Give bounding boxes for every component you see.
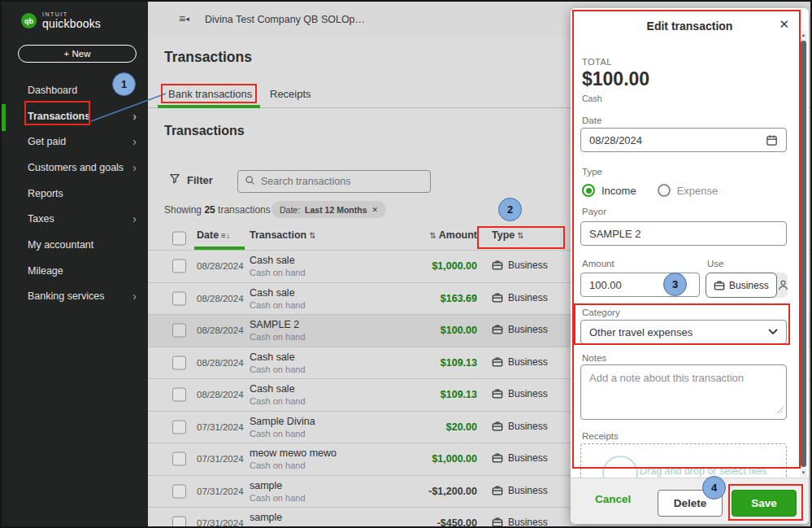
chip-close-icon[interactable]: ✕ <box>372 206 379 214</box>
sidebar-item-transactions[interactable]: Transactions › <box>2 103 148 129</box>
use-business-label: Business <box>729 280 769 291</box>
sidebar-item-reports[interactable]: Reports <box>2 181 148 207</box>
column-header-date[interactable]: Date≡↓ <box>197 229 230 241</box>
type-radio-group: Income Expense <box>582 184 718 197</box>
edit-transaction-panel: Edit transaction ✕ TOTAL $100.00 Cash Da… <box>571 8 809 524</box>
select-all-checkbox[interactable] <box>172 231 186 245</box>
sort-icon: ⇅ <box>517 231 523 240</box>
chevron-right-icon: › <box>132 290 137 303</box>
search-input[interactable] <box>261 176 423 187</box>
funnel-icon <box>169 172 180 187</box>
cell-date: 08/28/2024 <box>197 261 244 271</box>
search-transactions-box[interactable] <box>237 170 431 193</box>
briefcase-icon <box>492 388 503 399</box>
chevron-down-icon <box>768 329 778 335</box>
sidebar-item-mileage[interactable]: Mileage <box>2 258 148 284</box>
category-label: Category <box>582 308 620 317</box>
cancel-button[interactable]: Cancel <box>595 493 631 505</box>
scroll-down-icon[interactable]: ▼ <box>800 470 807 475</box>
filter-label: Filter <box>187 174 213 186</box>
collapse-sidebar-icon[interactable]: ≡◂ <box>179 12 189 25</box>
sidebar-item-label: Mileage <box>28 265 63 277</box>
cell-amount: $1,000.00 <box>432 453 477 465</box>
payor-field[interactable] <box>580 221 787 246</box>
date-label: Date <box>582 116 601 125</box>
row-checkbox[interactable] <box>172 484 186 498</box>
radio-income[interactable]: Income <box>582 184 636 197</box>
calendar-icon[interactable] <box>766 134 778 146</box>
use-business-segment[interactable]: Business <box>706 273 777 298</box>
sidebar-item-banking-services[interactable]: Banking services › <box>2 284 148 310</box>
category-dropdown[interactable]: Other travel expenses <box>580 320 787 344</box>
scroll-up-icon[interactable]: ▲ <box>800 33 807 37</box>
notes-textarea[interactable]: Add a note about this transaction <box>580 364 787 420</box>
row-checkbox[interactable] <box>172 324 186 338</box>
date-filter-chip[interactable]: Date: Last 12 Months ✕ <box>271 201 386 218</box>
use-personal-segment[interactable] <box>777 279 789 291</box>
cell-amount: -$450.00 <box>437 517 477 526</box>
sidebar-item-get-paid[interactable]: Get paid › <box>2 129 148 155</box>
page-title: Transactions <box>164 49 252 66</box>
sidebar-item-customers-and-goals[interactable]: Customers and goals › <box>2 155 148 181</box>
cell-type: Business <box>492 356 548 368</box>
showing-count-text: Showing 25 transactions <box>164 204 271 216</box>
column-header-amount[interactable]: ⇅ Amount <box>427 229 477 241</box>
cell-amount: $109.13 <box>441 357 477 369</box>
brand-intuit: INTUIT <box>42 11 101 17</box>
row-checkbox[interactable] <box>172 420 186 434</box>
sidebar-item-label: Dashboard <box>28 85 77 96</box>
cell-type: Business <box>492 324 548 335</box>
row-checkbox[interactable] <box>172 356 186 369</box>
date-input[interactable] <box>589 134 766 146</box>
total-value: $100.00 <box>582 68 649 90</box>
briefcase-icon <box>492 292 503 303</box>
sidebar-item-my-accountant[interactable]: My accountant <box>2 232 148 258</box>
panel-scrollbar[interactable]: ▲ ▼ <box>800 31 807 477</box>
cell-transaction-name: Cash sale <box>250 351 295 363</box>
scrollbar-thumb[interactable] <box>801 41 806 467</box>
filter-button[interactable]: Filter <box>169 172 213 187</box>
radio-unselected-icon <box>658 184 671 197</box>
brand-quickbooks: quickbooks <box>42 17 101 30</box>
radio-expense[interactable]: Expense <box>658 184 719 197</box>
save-button[interactable]: Save <box>732 490 797 517</box>
sidebar: qb INTUIT quickbooks + New Dashboard Tra… <box>2 2 148 526</box>
sidebar-item-taxes[interactable]: Taxes › <box>2 206 148 232</box>
new-button[interactable]: + New <box>18 45 137 63</box>
sort-icon: ⇅ <box>309 231 315 240</box>
tab-bank-transactions[interactable]: Bank transactions <box>168 88 252 100</box>
row-checkbox[interactable] <box>172 517 186 526</box>
panel-footer: Cancel Delete Save <box>571 478 809 524</box>
person-icon <box>777 279 789 291</box>
briefcase-icon <box>492 485 503 496</box>
cell-transaction-name: Sample Divina <box>250 416 315 427</box>
row-checkbox[interactable] <box>172 260 186 273</box>
resize-grip-icon[interactable] <box>776 404 784 417</box>
payor-input[interactable] <box>589 228 778 240</box>
cell-type: Business <box>492 260 548 271</box>
cell-account: Cash on hand <box>250 525 306 526</box>
column-header-type[interactable]: Type⇅ <box>492 229 524 241</box>
payor-label: Payor <box>582 207 606 216</box>
sort-icon: ⇅ <box>429 231 436 240</box>
qb-logo-icon: qb <box>21 13 37 28</box>
cell-amount: $109.13 <box>441 389 477 400</box>
cell-transaction-name: SAMPLE 2 <box>250 319 299 330</box>
cell-account: Cash on hand <box>250 396 306 406</box>
sidebar-item-dashboard[interactable]: Dashboard <box>2 77 148 103</box>
row-checkbox[interactable] <box>172 291 186 305</box>
amount-input[interactable] <box>589 279 691 291</box>
column-header-transaction[interactable]: Transaction⇅ <box>250 229 316 241</box>
radio-income-label: Income <box>601 185 636 197</box>
cell-account: Cash on hand <box>250 429 306 439</box>
close-icon[interactable]: ✕ <box>779 17 789 32</box>
delete-button[interactable]: Delete <box>658 490 723 517</box>
cell-account: Cash on hand <box>250 300 306 310</box>
chip-label: Date: <box>280 205 300 215</box>
sidebar-nav: Dashboard Transactions › Get paid › Cust… <box>2 77 148 309</box>
date-field[interactable] <box>580 128 787 152</box>
row-checkbox[interactable] <box>172 388 186 402</box>
amount-field[interactable] <box>580 273 700 297</box>
tab-receipts[interactable]: Receipts <box>270 88 311 100</box>
row-checkbox[interactable] <box>172 452 186 466</box>
